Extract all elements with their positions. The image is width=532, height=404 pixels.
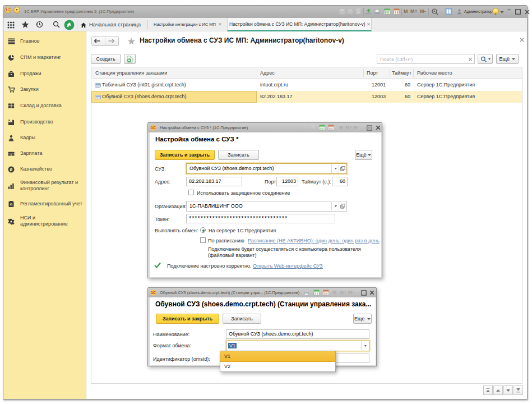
svg-text:₽: ₽ — [10, 167, 13, 172]
svg-text:1С: 1С — [151, 126, 156, 130]
svg-text:i: i — [495, 11, 497, 16]
svg-text:1С: 1С — [151, 291, 156, 295]
